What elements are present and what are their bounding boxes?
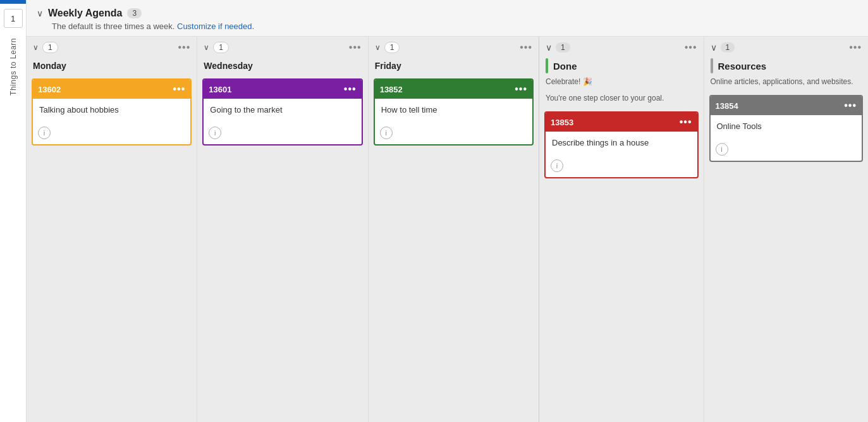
wednesday-chevron-icon[interactable]: ∨: [204, 43, 209, 52]
resources-badge: 1: [721, 42, 735, 53]
monday-card-footer: i: [33, 124, 190, 144]
resources-card[interactable]: 13854 ••• Online Tools i: [709, 95, 864, 162]
resources-body: 13854 ••• Online Tools i: [704, 92, 869, 422]
done-accent-bar: [546, 58, 548, 73]
done-card-info-icon[interactable]: i: [551, 159, 563, 172]
friday-card-id: 13852: [380, 85, 515, 94]
wednesday-card-info-icon[interactable]: i: [209, 127, 221, 139]
done-card-menu-icon[interactable]: •••: [680, 116, 692, 128]
done-title-bar: Done: [539, 58, 704, 76]
monday-title: Monday: [27, 58, 197, 76]
done-card-header: 13853 •••: [546, 113, 697, 132]
weekly-agenda-subtitle-link[interactable]: Customize if needed.: [177, 22, 254, 31]
wednesday-title: Wednesday: [197, 58, 367, 76]
column-wednesday: ∨ 1 ••• Wednesday 13601 ••• Going to the…: [197, 37, 368, 422]
resources-card-body: Online Tools: [711, 115, 862, 140]
monday-column-header: ∨ 1 •••: [27, 37, 197, 58]
wednesday-card[interactable]: 13601 ••• Going to the market i: [202, 78, 362, 146]
sidebar: 1 Things to Learn: [0, 0, 27, 422]
friday-menu-icon[interactable]: •••: [520, 42, 532, 53]
resources-title: Resources: [718, 61, 767, 71]
done-card[interactable]: 13853 ••• Describe things in a house i: [544, 111, 699, 178]
wednesday-card-footer: i: [204, 124, 361, 144]
weekly-agenda-subtitle: The default is three times a week. Custo…: [52, 22, 858, 31]
weekly-agenda-header: ∨ Weekly Agenda 3 The default is three t…: [27, 0, 868, 37]
wednesday-card-menu-icon[interactable]: •••: [344, 84, 357, 95]
weekly-agenda-subtitle-text: The default is three times a week.: [52, 22, 174, 31]
friday-card-body: How to tell time: [375, 99, 532, 124]
monday-card-header: 13602 •••: [33, 80, 190, 99]
done-card-body: Describe things in a house: [546, 132, 697, 157]
friday-body: 13852 ••• How to tell time i: [369, 76, 539, 422]
weekly-agenda-title-row: ∨ Weekly Agenda 3: [37, 8, 858, 19]
resources-chevron-icon[interactable]: ∨: [711, 42, 717, 53]
resources-accent-bar: [711, 58, 713, 73]
sidebar-number[interactable]: 1: [4, 9, 23, 28]
resources-section-header: ∨ 1 •••: [704, 37, 869, 58]
wednesday-card-id: 13601: [209, 85, 344, 94]
monday-card-body: Talking about hobbies: [33, 99, 190, 124]
monday-card-info-icon[interactable]: i: [38, 127, 51, 139]
done-section: ∨ 1 ••• Done Celebrate! 🎉 You're one ste…: [539, 37, 704, 422]
friday-card[interactable]: 13852 ••• How to tell time i: [374, 78, 534, 146]
wednesday-card-body: Going to the market: [204, 99, 361, 124]
left-columns: ∨ 1 ••• Monday 13602 ••• Talking about h…: [27, 37, 539, 422]
resources-section: ∨ 1 ••• Resources Online articles, appli…: [704, 37, 869, 422]
monday-card-menu-icon[interactable]: •••: [173, 84, 186, 95]
resources-card-menu-icon[interactable]: •••: [844, 100, 857, 111]
monday-menu-icon[interactable]: •••: [178, 42, 191, 53]
column-friday: ∨ 1 ••• Friday 13852 ••• How to tell tim…: [369, 37, 539, 422]
resources-card-header: 13854 •••: [711, 96, 862, 115]
wednesday-body: 13601 ••• Going to the market i: [197, 76, 367, 422]
friday-card-footer: i: [375, 124, 532, 144]
friday-column-header: ∨ 1 •••: [369, 37, 539, 58]
friday-chevron-icon[interactable]: ∨: [375, 43, 381, 52]
done-card-footer: i: [546, 157, 697, 177]
resources-card-footer: i: [711, 140, 862, 161]
column-monday: ∨ 1 ••• Monday 13602 ••• Talking about h…: [27, 37, 197, 422]
wednesday-menu-icon[interactable]: •••: [349, 42, 362, 53]
columns-area: ∨ 1 ••• Monday 13602 ••• Talking about h…: [27, 37, 868, 422]
resources-title-bar: Resources: [704, 58, 869, 76]
wednesday-badge: 1: [213, 42, 229, 53]
right-panel: ∨ 1 ••• Done Celebrate! 🎉 You're one ste…: [539, 37, 868, 422]
friday-title: Friday: [369, 58, 539, 76]
main-content: ∨ Weekly Agenda 3 The default is three t…: [27, 0, 868, 422]
wednesday-column-header: ∨ 1 •••: [197, 37, 367, 58]
monday-body: 13602 ••• Talking about hobbies i: [27, 76, 197, 422]
friday-card-info-icon[interactable]: i: [380, 127, 393, 139]
weekly-agenda-chevron-icon[interactable]: ∨: [37, 8, 43, 18]
done-title: Done: [553, 61, 577, 71]
monday-badge: 1: [42, 42, 58, 53]
monday-card-id: 13602: [38, 85, 173, 94]
sidebar-accent-bar: [0, 0, 26, 4]
friday-card-header: 13852 •••: [375, 80, 532, 99]
done-badge: 1: [556, 42, 570, 53]
monday-card[interactable]: 13602 ••• Talking about hobbies i: [32, 78, 192, 146]
done-section-header: ∨ 1 •••: [539, 37, 704, 58]
done-celebrate: Celebrate! 🎉: [539, 76, 704, 92]
done-menu-icon[interactable]: •••: [685, 42, 697, 53]
friday-card-menu-icon[interactable]: •••: [515, 84, 527, 95]
wednesday-card-header: 13601 •••: [204, 80, 361, 99]
sidebar-label: Things to Learn: [9, 38, 18, 96]
done-subtitle: You're one step closer to your goal.: [539, 92, 704, 109]
resources-subtitle: Online articles, applications, and websi…: [704, 76, 869, 92]
monday-chevron-icon[interactable]: ∨: [33, 43, 39, 52]
resources-card-id: 13854: [716, 101, 845, 111]
done-chevron-icon[interactable]: ∨: [546, 42, 552, 53]
resources-card-info-icon[interactable]: i: [716, 143, 728, 156]
done-body: 13853 ••• Describe things in a house i: [539, 109, 704, 422]
done-card-id: 13853: [551, 118, 680, 127]
weekly-agenda-title: Weekly Agenda: [48, 8, 122, 19]
friday-badge: 1: [384, 42, 400, 53]
weekly-agenda-badge: 3: [127, 8, 142, 18]
resources-menu-icon[interactable]: •••: [849, 42, 862, 53]
